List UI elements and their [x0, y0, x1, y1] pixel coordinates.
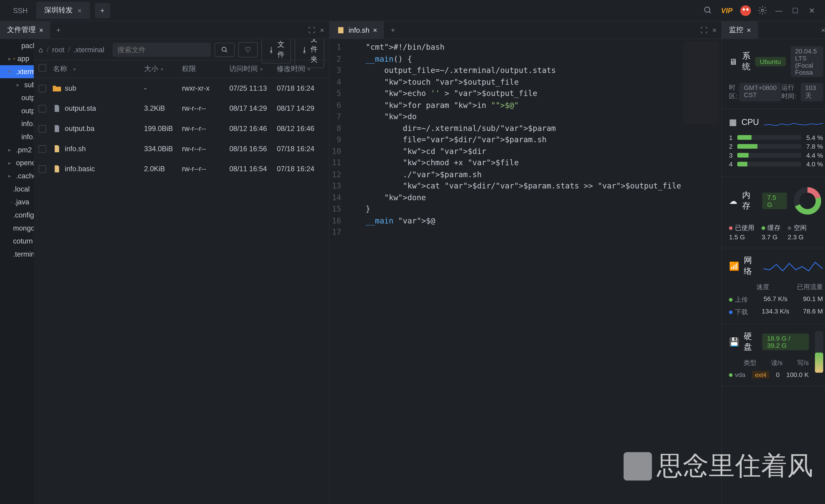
- conn-tab-label: 深圳转发: [44, 5, 73, 15]
- cpu-icon: ▦: [729, 117, 737, 127]
- expand-icon[interactable]: ⛶: [700, 26, 707, 34]
- tree-item[interactable]: </>package.xml: [0, 39, 34, 52]
- list-row[interactable]: output.ba 199.0BiBrw-r--r-- 08/12 16:460…: [34, 118, 329, 139]
- crumb[interactable]: .xterminal: [73, 45, 104, 54]
- close-icon[interactable]: ×: [373, 26, 377, 34]
- svg-point-3: [743, 8, 745, 10]
- svg-point-0: [704, 7, 710, 12]
- svg-point-5: [761, 9, 763, 11]
- file-tree[interactable]: </>package.xml▸app▾.xterminal▸suboutput.…: [0, 39, 34, 504]
- conn-tab-active[interactable]: 深圳转发 ×: [36, 2, 90, 19]
- list-row[interactable]: info.basic 2.0KiBrw-r--r-- 08/11 16:5407…: [34, 159, 329, 179]
- tree-item[interactable]: ▸opencv_build: [0, 157, 34, 170]
- list-header: 名称▾ 大小▾ 权限 访问时间▾ 修改时间▾: [34, 61, 329, 78]
- search-icon[interactable]: [700, 2, 717, 19]
- editor-tab-add[interactable]: +: [385, 26, 401, 34]
- list-row[interactable]: sub -rwxr-xr-x 07/25 11:1307/18 16:24: [34, 78, 329, 98]
- disk-usage-bar: [815, 331, 823, 372]
- minimize-icon[interactable]: —: [770, 2, 787, 19]
- fm-tab[interactable]: 文件管理 ×: [0, 21, 51, 39]
- avatar-icon[interactable]: [737, 2, 754, 19]
- crumb[interactable]: root: [52, 45, 64, 54]
- disk-card: 💾硬盘 18.9 G / 39.2 G 类型读/s写/s vdaext40100…: [722, 324, 825, 386]
- checkbox[interactable]: [39, 104, 46, 112]
- checkbox[interactable]: [39, 165, 46, 173]
- gear-icon[interactable]: [754, 2, 770, 19]
- tree-item[interactable]: ▸.pm2: [0, 143, 34, 157]
- tree-item[interactable]: .config: [0, 208, 34, 222]
- home-icon[interactable]: ⌂: [39, 45, 43, 54]
- svg-point-4: [746, 8, 749, 10]
- memory-card: ☁内存 7.5 G 已使用1.5 G 缓存3.7 G 空闲2.3 G: [722, 177, 825, 248]
- tree-item[interactable]: .java: [0, 196, 34, 209]
- editor-tab[interactable]: info.sh ×: [329, 21, 385, 39]
- svg-point-7: [222, 47, 226, 51]
- tree-item[interactable]: coturn: [0, 235, 34, 248]
- tree-item[interactable]: ▾.xterminal: [0, 65, 34, 78]
- search-button[interactable]: [215, 43, 235, 57]
- tree-item[interactable]: output.stats: [0, 91, 34, 104]
- minimap[interactable]: [683, 41, 719, 124]
- checkbox[interactable]: [39, 84, 46, 92]
- close-icon[interactable]: ×: [39, 26, 43, 34]
- close-icon[interactable]: ×: [821, 26, 825, 34]
- code-editor[interactable]: 1234567891011121314151617 "cmt">#!/bin/b…: [329, 39, 722, 504]
- monitor-tab[interactable]: 监控 ×: [722, 21, 758, 39]
- disk-icon: 💾: [729, 337, 739, 347]
- cloud-icon: ☁: [729, 196, 737, 205]
- fm-tabbar: 文件管理 × + ⛶ ×: [0, 21, 329, 39]
- monitor-icon: 🖥: [729, 57, 737, 66]
- tree-item[interactable]: ▸app: [0, 52, 34, 65]
- svg-line-1: [709, 11, 711, 13]
- cpu-card: ▦CPU 15.4 %27.8 %34.4 %44.0 %: [722, 109, 825, 177]
- conn-label: SSH: [5, 3, 36, 18]
- close-window-icon[interactable]: ✕: [804, 2, 820, 19]
- maximize-icon[interactable]: ☐: [787, 2, 804, 19]
- checkbox[interactable]: [39, 145, 46, 153]
- tree-item[interactable]: info.sh: [0, 117, 34, 131]
- tree-item[interactable]: .terminal.icu: [0, 248, 34, 261]
- tree-item[interactable]: mongodb: [0, 222, 34, 235]
- tree-item[interactable]: ▸sub: [0, 78, 34, 91]
- wifi-icon: 📶: [729, 261, 739, 271]
- expand-icon[interactable]: ⛶: [308, 26, 315, 34]
- close-icon[interactable]: ×: [712, 26, 717, 34]
- list-row[interactable]: output.sta 3.2KiBrw-r--r-- 08/17 14:2908…: [34, 98, 329, 118]
- checkbox-all[interactable]: [39, 64, 46, 72]
- tree-item[interactable]: output.basic.s: [0, 104, 34, 117]
- list-row[interactable]: info.sh 334.0BiBrw-r--r-- 08/16 16:5607/…: [34, 139, 329, 159]
- favorite-button[interactable]: ♡: [238, 42, 258, 57]
- svg-rect-9: [338, 27, 344, 33]
- svg-point-2: [740, 5, 751, 16]
- close-icon[interactable]: ×: [320, 26, 324, 34]
- add-tab-button[interactable]: +: [95, 3, 110, 18]
- svg-line-8: [226, 51, 227, 52]
- tree-item[interactable]: .local: [0, 182, 34, 196]
- checkbox[interactable]: [39, 125, 46, 132]
- search-input[interactable]: [112, 43, 211, 57]
- cpu-core-row: 27.8 %: [729, 143, 823, 150]
- cpu-core-row: 15.4 %: [729, 134, 823, 141]
- vip-badge[interactable]: VIP: [717, 6, 737, 14]
- network-card: 📶网络 速度已用流量 上传56.7 K/s90.1 M 下载134.3 K/s7…: [722, 248, 825, 324]
- line-gutter: 1234567891011121314151617: [329, 39, 347, 504]
- system-card: 🖥系统 Ubuntu 20.04.5 LTS (Focal Fossa 时区:G…: [722, 39, 825, 109]
- tree-item[interactable]: ▸.cache: [0, 169, 34, 182]
- cpu-core-row: 34.4 %: [729, 152, 823, 159]
- close-icon[interactable]: ×: [747, 26, 751, 34]
- tree-item[interactable]: info.basic.sh: [0, 130, 34, 143]
- cpu-core-row: 44.0 %: [729, 161, 823, 168]
- breadcrumb: ⌂/ root/ .xterminal ♡ ⭳ 文件 ⭳ 文件夹: [34, 39, 329, 61]
- titlebar: SSH 深圳转发 × + VIP — ☐ ✕: [0, 0, 825, 21]
- upload-file-button[interactable]: ⭳ 文件: [261, 39, 291, 63]
- fm-tab-add[interactable]: +: [51, 26, 67, 34]
- close-icon[interactable]: ×: [77, 6, 81, 14]
